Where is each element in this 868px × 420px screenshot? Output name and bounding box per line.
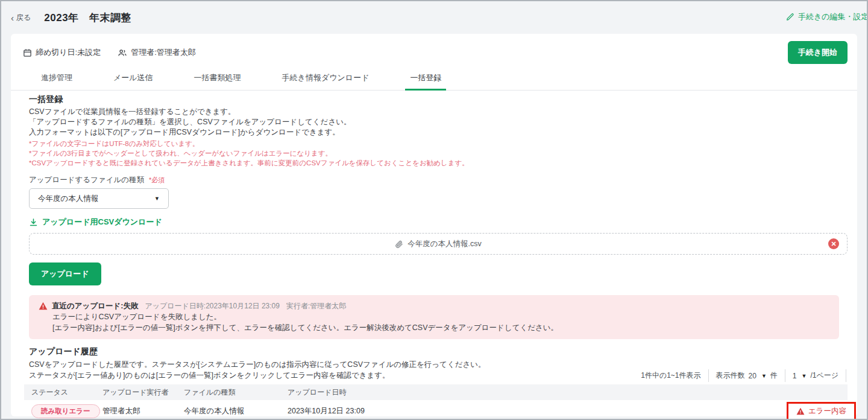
upload-history-table: ステータス アップロード実行者 ファイルの種類 アップロード日時 読み取りエラー… bbox=[24, 384, 848, 420]
calendar-icon bbox=[23, 48, 32, 57]
column-header-uploaded-at: アップロード日時 bbox=[288, 387, 745, 398]
page-select[interactable]: 1 ▼ bbox=[793, 372, 807, 380]
csv-download-link[interactable]: アップロード用CSVダウンロード bbox=[29, 217, 162, 228]
remove-file-button[interactable]: ✕ bbox=[828, 238, 839, 249]
upload-button[interactable]: アップロード bbox=[29, 262, 101, 285]
error-detail-label: エラー内容 bbox=[808, 406, 846, 416]
page-value: 1 bbox=[793, 372, 797, 380]
file-type-select[interactable]: 今年度の本人情報 ▼ bbox=[29, 188, 169, 209]
users-icon bbox=[118, 48, 127, 57]
deadline-label: 締め切り日:未設定 bbox=[36, 47, 101, 58]
description-line: CSVファイルで従業員情報を一括登録することができます。 bbox=[29, 107, 839, 117]
history-description-line: ステータスが[エラー値あり]のものは[エラーの値一覧]ボタンをクリックしてエラー… bbox=[29, 370, 571, 381]
file-dropzone[interactable]: 今年度の本人情報.csv ✕ bbox=[29, 233, 848, 255]
year-end-adjustment-page: ‹ 戻る 2023年 年末調整 手続きの編集・設定 締め切り日:未設定 管理者:… bbox=[0, 0, 868, 420]
history-description: CSVをアップロードした履歴です。ステータスが[システムエラー]のものは指示内容… bbox=[29, 359, 571, 381]
alert-datetime: アップロード日時:2023年10月12日 23:09 bbox=[145, 301, 280, 311]
file-type-label-row: アップロードするファイルの種類 *必須 bbox=[29, 175, 839, 185]
executor-cell: 管理者太郎 bbox=[102, 406, 184, 416]
paperclip-icon bbox=[395, 240, 403, 248]
csv-download-label: アップロード用CSVダウンロード bbox=[42, 217, 162, 228]
back-chevron-icon: ‹ bbox=[11, 13, 14, 22]
warning-line: *ファイルの文字コードはUTF-8のみ対応しています。 bbox=[29, 139, 839, 148]
file-type-cell: 今年度の本人情報 bbox=[184, 406, 288, 416]
per-page-unit: 件 bbox=[770, 371, 778, 381]
required-badge: *必須 bbox=[149, 176, 165, 185]
tab-bulk-register[interactable]: 一括登録 bbox=[405, 70, 446, 91]
procedure-edit-settings-link[interactable]: 手続きの編集・設定 bbox=[786, 11, 868, 22]
attached-file-name: 今年度の本人情報.csv bbox=[407, 239, 482, 249]
table-row: 読み取りエラー 管理者太郎 今年度の本人情報 2023年10月12日 23:09… bbox=[24, 400, 848, 420]
top-bar: ‹ 戻る 2023年 年末調整 手続きの編集・設定 bbox=[1, 1, 867, 34]
manager-label: 管理者:管理者太郎 bbox=[131, 47, 196, 58]
history-heading: アップロード履歴 bbox=[29, 346, 839, 357]
history-description-line: CSVをアップロードした履歴です。ステータスが[システムエラー]のものは指示内容… bbox=[29, 359, 571, 370]
page-total: /1ページ bbox=[810, 371, 838, 381]
description-line: 「アップロードするファイルの種類」を選択し、CSVファイルをアップロードしてくだ… bbox=[29, 117, 839, 127]
deadline-meta: 締め切り日:未設定 bbox=[23, 47, 101, 58]
per-page-select[interactable]: 20 ▼ bbox=[749, 372, 767, 380]
back-button[interactable]: ‹ 戻る bbox=[11, 13, 31, 23]
column-header-status: ステータス bbox=[24, 387, 102, 398]
bulk-register-section: 一括登録 CSVファイルで従業員情報を一括登録することができます。 「アップロー… bbox=[11, 94, 857, 420]
warning-line: *CSVアップロードすると既に登録されているデータが上書きされます。事前に変更前… bbox=[29, 158, 839, 168]
warning-triangle-icon bbox=[39, 302, 48, 310]
upload-failure-alert: 直近のアップロード:失敗 アップロード日時:2023年10月12日 23:09 … bbox=[29, 295, 839, 339]
chevron-down-icon: ▼ bbox=[154, 196, 160, 202]
per-page-segment: 表示件数 20 ▼ 件 bbox=[709, 369, 785, 382]
uploaded-at-cell: 2023年10月12日 23:09 bbox=[288, 406, 745, 416]
alert-executor: 実行者:管理者太郎 bbox=[286, 301, 346, 311]
section-heading: 一括登録 bbox=[29, 94, 839, 105]
per-page-label: 表示件数 bbox=[716, 371, 745, 381]
alert-line: エラーによりCSVアップロードを失敗しました。 bbox=[52, 311, 829, 322]
column-header-executor: アップロード実行者 bbox=[102, 387, 184, 398]
tab-progress[interactable]: 進捗管理 bbox=[36, 70, 77, 91]
page-title: 2023年 年末調整 bbox=[44, 11, 131, 25]
history-header-block: CSVをアップロードした履歴です。ステータスが[システムエラー]のものは指示内容… bbox=[29, 359, 839, 381]
tab-mail[interactable]: メール送信 bbox=[108, 70, 158, 91]
alert-header: 直近のアップロード:失敗 アップロード日時:2023年10月12日 23:09 … bbox=[39, 301, 829, 311]
tab-bar: 進捗管理 メール送信 一括書類処理 手続き情報ダウンロード 一括登録 bbox=[11, 70, 857, 91]
file-type-selected-value: 今年度の本人情報 bbox=[38, 194, 98, 204]
alert-body: エラーによりCSVアップロードを失敗しました。 [エラー内容]および[エラーの値… bbox=[39, 311, 829, 333]
status-cell: 読み取りエラー bbox=[24, 404, 102, 418]
status-badge: 読み取りエラー bbox=[31, 404, 100, 418]
per-page-value: 20 bbox=[749, 372, 756, 380]
tab-procedure-download[interactable]: 手続き情報ダウンロード bbox=[277, 70, 374, 91]
warning-notes: *ファイルの文字コードはUTF-8のみ対応しています。 *ファイルの3行目までが… bbox=[29, 139, 839, 168]
procedure-card: 締め切り日:未設定 管理者:管理者太郎 手続き開始 進捗管理 メール送信 一括書… bbox=[11, 34, 857, 416]
section-description: CSVファイルで従業員情報を一括登録することができます。 「アップロードするファ… bbox=[29, 107, 839, 138]
description-line: 入力フォーマットは以下の[アップロード用CSVダウンロード]からダウンロードでき… bbox=[29, 127, 839, 138]
chevron-down-icon: ▼ bbox=[802, 373, 807, 379]
table-header-row: ステータス アップロード実行者 ファイルの種類 アップロード日時 bbox=[24, 384, 848, 400]
error-detail-button[interactable]: エラー内容 bbox=[787, 402, 856, 420]
column-header-file-type: ファイルの種類 bbox=[184, 387, 288, 398]
pagination-range-text: 1件中の1~1件表示 bbox=[641, 371, 700, 381]
tab-bulk-documents[interactable]: 一括書類処理 bbox=[189, 70, 246, 91]
alert-title: 直近のアップロード:失敗 bbox=[52, 301, 138, 311]
actions-cell: エラー内容 bbox=[745, 402, 848, 420]
back-label: 戻る bbox=[16, 13, 31, 23]
file-type-label: アップロードするファイルの種類 bbox=[29, 175, 144, 185]
manager-meta: 管理者:管理者太郎 bbox=[118, 47, 196, 58]
meta-row: 締め切り日:未設定 管理者:管理者太郎 bbox=[11, 34, 857, 58]
warning-line: *ファイルの3行目までがヘッダーとして扱われ、ヘッダーがないファイルはエラーにな… bbox=[29, 148, 839, 158]
pagination: 1件中の1~1件表示 表示件数 20 ▼ 件 1 ▼ bbox=[634, 369, 846, 382]
close-icon: ✕ bbox=[831, 240, 836, 247]
warning-triangle-icon bbox=[796, 407, 805, 415]
edit-link-label: 手続きの編集・設定 bbox=[798, 11, 868, 22]
chevron-down-icon: ▼ bbox=[761, 373, 767, 379]
download-icon bbox=[29, 218, 38, 227]
pagination-range: 1件中の1~1件表示 bbox=[634, 369, 708, 382]
start-procedure-button[interactable]: 手続き開始 bbox=[788, 41, 848, 64]
page-segment: 1 ▼ /1ページ bbox=[785, 369, 846, 382]
alert-line: [エラー内容]および[エラーの値一覧]ボタンを押下して、エラーを確認してください… bbox=[52, 322, 829, 333]
pencil-icon bbox=[786, 13, 794, 21]
